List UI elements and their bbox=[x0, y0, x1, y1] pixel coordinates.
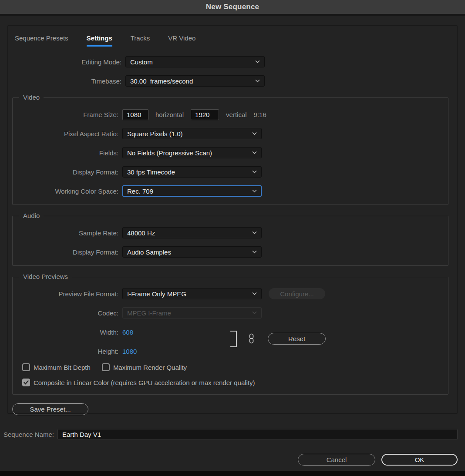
frame-size-horizontal-input[interactable]: 1080 bbox=[122, 109, 148, 120]
chevron-down-icon bbox=[255, 79, 260, 83]
sample-rate-value: 48000 Hz bbox=[127, 229, 155, 237]
editing-mode-row: Editing Mode: Custom bbox=[8, 56, 457, 67]
video-display-format-value: 30 fps Timecode bbox=[127, 168, 175, 176]
working-color-space-label: Working Color Space: bbox=[13, 188, 122, 195]
chevron-down-icon bbox=[252, 170, 257, 174]
settings-panel: Sequence Presets Settings Tracks VR Vide… bbox=[7, 25, 458, 414]
tab-vr-video[interactable]: VR Video bbox=[168, 34, 195, 47]
video-previews-section-label: Video Previews bbox=[19, 273, 72, 280]
preview-height-value[interactable]: 1080 bbox=[122, 348, 137, 355]
chevron-down-icon bbox=[252, 292, 257, 295]
timebase-label: Timebase: bbox=[8, 77, 125, 85]
codec-select: MPEG I-Frame bbox=[122, 307, 262, 318]
editing-mode-label: Editing Mode: bbox=[8, 58, 125, 66]
preview-file-format-value: I-Frame Only MPEG bbox=[127, 290, 186, 298]
video-display-format-row: Display Format: 30 fps Timecode bbox=[13, 166, 448, 178]
editing-mode-select[interactable]: Custom bbox=[125, 56, 265, 67]
working-color-space-select[interactable]: Rec. 709 bbox=[122, 185, 262, 197]
frame-size-horizontal-value: 1080 bbox=[127, 111, 141, 118]
reset-button[interactable]: Reset bbox=[268, 333, 326, 345]
maximum-render-quality-label: Maximum Render Quality bbox=[113, 364, 187, 371]
codec-value: MPEG I-Frame bbox=[127, 309, 171, 317]
fields-row: Fields: No Fields (Progressive Scan) bbox=[13, 147, 448, 158]
fields-value: No Fields (Progressive Scan) bbox=[127, 149, 212, 157]
maximum-bit-depth-checkbox[interactable] bbox=[22, 363, 30, 371]
pixel-aspect-ratio-row: Pixel Aspect Ratio: Square Pixels (1.0) bbox=[13, 128, 448, 139]
dialog-titlebar: New Sequence bbox=[0, 0, 465, 16]
pixel-aspect-ratio-select[interactable]: Square Pixels (1.0) bbox=[122, 128, 262, 139]
video-previews-section: Video Previews Preview File Format: I-Fr… bbox=[12, 277, 448, 395]
video-section: Video Frame Size: 1080 horizontal 1920 v… bbox=[12, 97, 448, 205]
video-section-label: Video bbox=[19, 94, 44, 101]
preview-width-value[interactable]: 608 bbox=[122, 329, 133, 336]
chevron-down-icon bbox=[252, 250, 257, 254]
timebase-select[interactable]: 30.00 frames/second bbox=[125, 75, 265, 87]
fields-label: Fields: bbox=[13, 149, 122, 157]
horizontal-label: horizontal bbox=[155, 111, 184, 118]
composite-linear-checkbox[interactable] bbox=[22, 379, 30, 386]
timebase-value: 30.00 frames/second bbox=[130, 77, 193, 85]
composite-linear-row: Composite in Linear Color (requires GPU … bbox=[22, 379, 448, 386]
codec-label: Codec: bbox=[13, 309, 122, 317]
frame-size-vertical-input[interactable]: 1920 bbox=[191, 109, 219, 120]
link-icon[interactable] bbox=[248, 333, 255, 345]
bit-depth-quality-row: Maximum Bit Depth Maximum Render Quality bbox=[22, 363, 448, 371]
dialog-title: New Sequence bbox=[206, 3, 259, 11]
pixel-aspect-ratio-value: Square Pixels (1.0) bbox=[127, 130, 183, 137]
editing-mode-value: Custom bbox=[130, 58, 153, 66]
preview-height-label: Height: bbox=[13, 348, 122, 355]
preview-file-format-label: Preview File Format: bbox=[13, 290, 122, 298]
sample-rate-select[interactable]: 48000 Hz bbox=[122, 227, 262, 238]
preview-file-format-select[interactable]: I-Frame Only MPEG bbox=[122, 288, 262, 299]
sample-rate-row: Sample Rate: 48000 Hz bbox=[13, 227, 448, 238]
chevron-down-icon bbox=[252, 311, 257, 315]
tab-bar: Sequence Presets Settings Tracks VR Vide… bbox=[8, 26, 457, 47]
frame-size-vertical-value: 1920 bbox=[195, 111, 209, 118]
tab-settings[interactable]: Settings bbox=[87, 34, 112, 47]
frame-size-label: Frame Size: bbox=[13, 111, 122, 118]
working-color-space-row: Working Color Space: Rec. 709 bbox=[13, 185, 448, 197]
preview-size-block: Width: 608 Height: 1080 Reset bbox=[13, 326, 448, 357]
dialog-bottom-edge bbox=[0, 471, 465, 476]
dimension-bracket bbox=[230, 331, 237, 347]
audio-display-format-row: Display Format: Audio Samples bbox=[13, 246, 448, 258]
chevron-down-icon bbox=[255, 60, 260, 64]
vertical-label: vertical bbox=[226, 111, 247, 118]
frame-size-row: Frame Size: 1080 horizontal 1920 vertica… bbox=[13, 109, 448, 120]
video-display-format-select[interactable]: 30 fps Timecode bbox=[122, 166, 262, 178]
audio-display-format-select[interactable]: Audio Samples bbox=[122, 246, 262, 258]
sample-rate-label: Sample Rate: bbox=[13, 229, 122, 237]
working-color-space-value: Rec. 709 bbox=[127, 188, 153, 195]
aspect-ratio-value: 9:16 bbox=[254, 111, 266, 118]
cancel-button[interactable]: Cancel bbox=[298, 454, 375, 466]
pixel-aspect-ratio-label: Pixel Aspect Ratio: bbox=[13, 130, 122, 137]
sequence-name-label: Sequence Name: bbox=[3, 431, 57, 438]
codec-row: Codec: MPEG I-Frame bbox=[13, 307, 448, 318]
maximum-render-quality-checkbox[interactable] bbox=[102, 363, 110, 371]
preview-file-format-row: Preview File Format: I-Frame Only MPEG C… bbox=[13, 288, 448, 299]
save-preset-button[interactable]: Save Preset... bbox=[12, 403, 88, 415]
chevron-down-icon bbox=[252, 231, 257, 235]
sequence-name-row: Sequence Name: Earth Day V1 bbox=[3, 429, 458, 440]
tab-sequence-presets[interactable]: Sequence Presets bbox=[15, 34, 68, 47]
fields-select[interactable]: No Fields (Progressive Scan) bbox=[122, 147, 262, 158]
audio-display-format-value: Audio Samples bbox=[127, 248, 171, 256]
preview-width-label: Width: bbox=[13, 329, 122, 336]
audio-display-format-label: Display Format: bbox=[13, 248, 122, 256]
sequence-name-value: Earth Day V1 bbox=[62, 431, 101, 438]
chevron-down-icon bbox=[252, 132, 257, 135]
chevron-down-icon bbox=[252, 189, 257, 193]
timebase-row: Timebase: 30.00 frames/second bbox=[8, 75, 457, 87]
ok-button[interactable]: OK bbox=[381, 454, 458, 466]
sequence-name-input[interactable]: Earth Day V1 bbox=[57, 429, 458, 440]
configure-button: Configure... bbox=[269, 288, 325, 299]
video-display-format-label: Display Format: bbox=[13, 168, 122, 176]
audio-section-label: Audio bbox=[19, 212, 44, 219]
dialog-footer: Cancel OK bbox=[0, 454, 458, 466]
tab-tracks[interactable]: Tracks bbox=[131, 34, 150, 47]
audio-section: Audio Sample Rate: 48000 Hz Display Form… bbox=[12, 216, 448, 266]
chevron-down-icon bbox=[252, 151, 257, 154]
composite-linear-label: Composite in Linear Color (requires GPU … bbox=[34, 379, 255, 386]
maximum-bit-depth-label: Maximum Bit Depth bbox=[34, 364, 91, 371]
